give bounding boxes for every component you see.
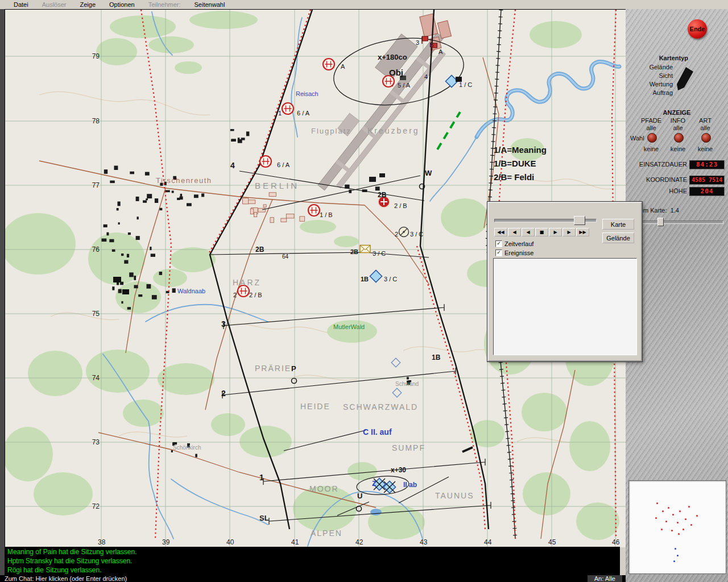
- unit-red-circle[interactable]: [282, 103, 293, 114]
- svg-text:73: 73: [92, 438, 100, 446]
- minimap-red-dot: [662, 510, 664, 512]
- minimap-red-dot: [678, 533, 680, 535]
- ende-button[interactable]: Ende: [688, 19, 707, 39]
- map-label-reisach: Reisach: [296, 90, 318, 97]
- playback-panel[interactable]: ◀◀ ◀ ◀ ■ ▶ ▶ ▶▶ Karte Gelände ✓ Zeitverl…: [487, 202, 642, 361]
- fast-forward-button[interactable]: ▶▶: [576, 228, 589, 236]
- map-label-waldnaab: Waldnaab: [177, 288, 205, 294]
- zoom-slider-handle[interactable]: [657, 218, 664, 226]
- menu-item-datei[interactable]: Datei: [14, 1, 28, 8]
- anzeige-alle-pfade: alle: [637, 124, 665, 131]
- unit-blue-diamond-killed[interactable]: [383, 481, 395, 493]
- ereignisse-checkbox[interactable]: ✓ Ereignisse: [495, 250, 533, 256]
- map-annotation-obj: Obj: [389, 68, 403, 77]
- zeitverlauf-checkbox[interactable]: ✓ Zeitverlauf: [495, 240, 533, 247]
- svg-text:77: 77: [92, 181, 100, 189]
- anzeige-alle-info: alle: [664, 124, 692, 131]
- step-back-button[interactable]: ◀: [522, 228, 535, 236]
- rewind-start-button[interactable]: ◀◀: [494, 228, 507, 236]
- map-point-w: W: [425, 169, 432, 177]
- rewind-button[interactable]: ◀: [508, 228, 521, 236]
- svg-text:41: 41: [291, 538, 299, 546]
- minimap[interactable]: [628, 480, 726, 574]
- chat-log[interactable]: Meaning of Pain hat die Sitzung verlasse…: [5, 547, 620, 576]
- anzeige-title: ANZEIGE: [654, 109, 700, 116]
- map-phaseline-3: 3: [221, 319, 226, 329]
- menu-item-ausloeser: Auslöser: [42, 1, 67, 8]
- karte-button[interactable]: Karte: [602, 219, 634, 230]
- unit-red-circle[interactable]: [260, 156, 271, 167]
- map-elevation-64: 64: [282, 253, 289, 260]
- kartentyp-option-sicht[interactable]: Sicht: [649, 72, 673, 80]
- pfade-knob[interactable]: [647, 133, 657, 143]
- chat-recipient[interactable]: An: Alle: [588, 575, 622, 582]
- unit-label: 3 / C: [373, 250, 386, 257]
- kartentyp-option-wertung[interactable]: Wertung: [649, 80, 673, 89]
- svg-text:46: 46: [612, 538, 620, 546]
- minimap-red-dot: [655, 517, 657, 519]
- unit-label: B: [429, 41, 433, 48]
- zoom-value: 1.4: [671, 207, 679, 214]
- unit-red-circle[interactable]: [323, 59, 334, 70]
- svg-text:45: 45: [548, 538, 556, 546]
- unit-red-circle[interactable]: [308, 205, 320, 216]
- timeline-slider-handle[interactable]: [574, 216, 585, 225]
- minimap-red-dot: [661, 529, 663, 530]
- stop-button[interactable]: ■: [535, 228, 548, 236]
- minimap-red-dot: [688, 506, 690, 508]
- zeitverlauf-label: Zeitverlauf: [504, 240, 533, 247]
- map-annotation-x30: x+30: [391, 466, 406, 474]
- zoom-slider-track[interactable]: [642, 221, 723, 224]
- kartentyp-option-gelaende[interactable]: Gelände: [649, 63, 673, 72]
- info-knob[interactable]: [674, 133, 684, 143]
- minimap-blue-dot: [677, 555, 679, 556]
- unit-circle-slash[interactable]: [399, 227, 409, 237]
- chat-input-bar[interactable]: Zum Chat: Hier klicken (oder Enter drück…: [0, 575, 626, 582]
- map-phaseline-2: 2: [221, 389, 226, 398]
- unit-label: 5 / A: [398, 82, 411, 89]
- map-legend-2b: 2/B= Feldi: [494, 172, 534, 182]
- svg-text:75: 75: [92, 310, 100, 318]
- svg-text:44: 44: [484, 538, 492, 546]
- unit-label: 3 / C: [384, 276, 397, 282]
- map-legend-1b: 1/B=DUKE: [494, 159, 536, 168]
- chat-line: Meaning of Pain hat die Sitzung verlasse…: [5, 547, 620, 556]
- unit-label: 2B: [378, 191, 387, 199]
- map-phaseline-4: 4: [230, 161, 235, 170]
- event-listbox[interactable]: [493, 258, 637, 355]
- gelaende-button[interactable]: Gelände: [602, 232, 634, 243]
- menu-item-zeige[interactable]: Zeige: [80, 1, 96, 8]
- unit-red-circle[interactable]: [238, 285, 249, 297]
- urban-block: [122, 289, 129, 294]
- unit-red-circle[interactable]: [383, 76, 394, 87]
- kartentyp-options: Gelände Sicht Wertung Auftrag: [649, 63, 673, 97]
- chat-prompt[interactable]: Zum Chat: Hier klicken (oder Enter drück…: [0, 575, 588, 582]
- minimap-red-dot: [668, 507, 669, 509]
- hoehe-label: HÖHE: [630, 188, 687, 194]
- map-label-moor: MOOR: [309, 484, 339, 493]
- map-tag-1b: 1B: [432, 354, 441, 361]
- anzeige-keine-info: keine: [664, 146, 692, 152]
- unit-envelope[interactable]: [360, 246, 370, 253]
- map-label-harz: HARZ: [233, 278, 261, 287]
- svg-text:43: 43: [420, 538, 428, 546]
- map-label-schwarzwald: SCHWARZWALD: [343, 402, 418, 411]
- map-point-p: P: [291, 364, 296, 373]
- ereignisse-label: Ereignisse: [504, 250, 533, 256]
- map-legend-1a: 1/A=Meaning: [494, 145, 547, 155]
- pen-icon: [675, 65, 695, 93]
- menu-item-optionen[interactable]: Optionen: [109, 1, 135, 8]
- step-forward-button[interactable]: ▶: [562, 228, 576, 236]
- map-tag-2b: 2B: [255, 246, 264, 253]
- minimap-blue-dot: [675, 548, 676, 550]
- minimap-red-dot: [677, 522, 679, 523]
- map-label-tirschenreuth: Tirschenreuth: [156, 176, 212, 185]
- play-button[interactable]: ▶: [549, 228, 562, 236]
- minimap-red-dot: [685, 518, 686, 520]
- svg-text:72: 72: [92, 502, 100, 510]
- art-knob[interactable]: [701, 133, 711, 143]
- svg-text:78: 78: [92, 117, 100, 125]
- map-annotation-x180: x+180co: [378, 53, 407, 61]
- menu-item-seitenwahl[interactable]: Seitenwahl: [195, 1, 225, 8]
- kartentyp-option-auftrag[interactable]: Auftrag: [649, 89, 673, 97]
